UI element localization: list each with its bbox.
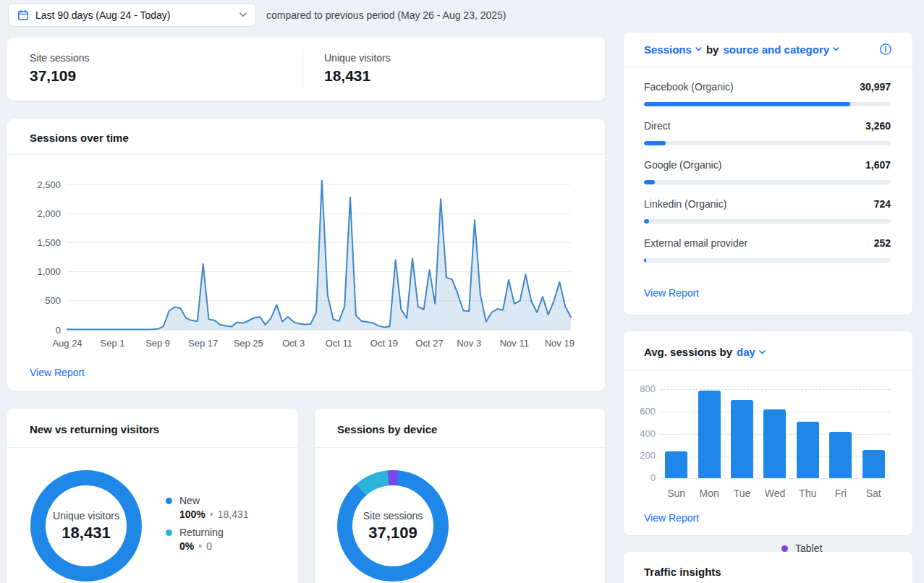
source-value: 30,997 bbox=[860, 81, 891, 93]
card-title: Sessions by device bbox=[337, 423, 437, 435]
view-report-link[interactable]: View Report bbox=[30, 367, 85, 378]
legend-dot bbox=[166, 529, 172, 536]
source-bar-fill bbox=[644, 180, 655, 184]
x-tick-label: Sun bbox=[660, 488, 692, 499]
card-title: Traffic insights bbox=[644, 566, 721, 578]
traffic-insights-card: Traffic insights bbox=[624, 552, 912, 583]
donut-hole: Unique visitors 18,431 bbox=[46, 485, 127, 566]
source-row: Facebook (Organic)30,997 bbox=[644, 81, 891, 114]
dot-separator: • bbox=[210, 508, 213, 520]
new-vs-returning-donut: Unique visitors 18,431 bbox=[30, 470, 142, 582]
y-tick-label: 0 bbox=[630, 472, 656, 483]
divider bbox=[624, 370, 912, 371]
card-title: New vs returning visitors bbox=[30, 423, 159, 435]
sessions-by-device-card: Sessions by device Site sessions 37,109 … bbox=[315, 409, 605, 583]
x-tick-label: Oct 19 bbox=[370, 338, 398, 349]
by-label: by bbox=[706, 43, 719, 56]
x-tick-label: Oct 3 bbox=[282, 338, 305, 349]
y-tick-label: 200 bbox=[630, 450, 656, 461]
x-tick-label: Tue bbox=[726, 488, 758, 499]
x-tick-label: Nov 19 bbox=[545, 338, 575, 349]
source-bar-fill bbox=[644, 219, 649, 224]
sessions-by-device-donut: Site sessions 37,109 bbox=[337, 470, 449, 582]
source-row: Linkedin (Organic)724 bbox=[644, 198, 891, 231]
dimension-dropdown[interactable]: source and category bbox=[723, 43, 839, 56]
dot-separator: • bbox=[198, 540, 202, 552]
view-report-link[interactable]: View Report bbox=[644, 287, 699, 299]
source-row: Google (Organic)1,607 bbox=[644, 159, 891, 192]
x-tick-label: Sep 17 bbox=[188, 338, 218, 349]
metric-dropdown-label: Sessions bbox=[644, 43, 692, 56]
new-vs-returning-card: New vs returning visitors Unique visitor… bbox=[7, 409, 298, 583]
kpi-label: Site sessions bbox=[30, 52, 89, 64]
kpi-unique-visitors: Unique visitors 18,431 bbox=[324, 52, 391, 85]
view-report-link[interactable]: View Report bbox=[644, 512, 699, 524]
chevron-down-icon bbox=[695, 47, 702, 51]
divider bbox=[315, 447, 605, 448]
avg-day-labels: SunMonTueWedThuFriSat bbox=[660, 488, 890, 499]
y-tick-label: 500 bbox=[45, 295, 61, 306]
legend-dot bbox=[166, 498, 172, 504]
analytics-dashboard: Last 90 days (Aug 24 - Today) compared t… bbox=[0, 0, 924, 583]
day-dropdown[interactable]: day bbox=[737, 346, 766, 358]
source-label: Facebook (Organic) bbox=[644, 81, 734, 93]
x-tick-label: Nov 11 bbox=[500, 338, 529, 349]
source-label: Linkedin (Organic) bbox=[644, 198, 726, 210]
avg-sessions-by-day-card: Avg. sessions by day 0200400600800 SunMo… bbox=[624, 331, 912, 535]
source-row: Direct3,260 bbox=[644, 120, 891, 153]
y-tick-label: 400 bbox=[630, 428, 656, 439]
bar bbox=[698, 391, 721, 479]
x-tick-label: Wed bbox=[758, 488, 791, 499]
legend-pct: 100% bbox=[179, 508, 205, 520]
y-tick-label: 0 bbox=[56, 325, 61, 336]
bar bbox=[731, 400, 753, 478]
donut-center-value: 37,109 bbox=[368, 524, 417, 542]
source-bar-fill bbox=[644, 141, 666, 145]
x-tick-label: Sep 1 bbox=[101, 338, 125, 349]
source-bar-track bbox=[644, 180, 891, 184]
donut-center-value: 18,431 bbox=[62, 524, 110, 542]
sessions-over-time-card: Sessions over time 05001,0001,5002,0002,… bbox=[7, 119, 605, 391]
y-tick-label: 1,000 bbox=[37, 266, 61, 277]
avg-card-header: Avg. sessions by day bbox=[644, 346, 766, 358]
legend-item: New100%•18,431 bbox=[166, 495, 249, 520]
source-card-header: Sessions by source and category bbox=[644, 43, 892, 56]
source-value: 1,607 bbox=[865, 159, 891, 171]
chevron-down-icon bbox=[833, 47, 839, 51]
source-bar-fill bbox=[644, 258, 646, 263]
legend-label: New bbox=[179, 495, 200, 506]
kpi-value: 37,109 bbox=[30, 67, 89, 85]
legend-pct: 0% bbox=[179, 540, 194, 552]
source-bar-track bbox=[644, 219, 891, 224]
compare-period-text: compared to previous period (May 26 - Au… bbox=[266, 9, 506, 21]
source-row: External email provider252 bbox=[644, 237, 891, 271]
legend-value: 18,431 bbox=[218, 508, 249, 520]
x-tick-label: Oct 27 bbox=[415, 338, 443, 349]
source-label: Direct bbox=[644, 120, 671, 132]
x-tick-label: Oct 11 bbox=[326, 338, 352, 349]
info-icon[interactable] bbox=[879, 43, 892, 56]
source-label: Google (Organic) bbox=[644, 159, 721, 171]
card-title: Avg. sessions by bbox=[644, 346, 732, 358]
donut-center-label: Unique visitors bbox=[53, 510, 119, 522]
bar bbox=[763, 409, 786, 478]
legend-dot bbox=[781, 545, 788, 552]
bar bbox=[797, 422, 819, 478]
x-tick-label: Thu bbox=[792, 488, 824, 499]
bar bbox=[862, 450, 885, 478]
y-tick-label: 1,500 bbox=[37, 237, 61, 248]
kpi-divider bbox=[302, 49, 303, 89]
divider bbox=[7, 447, 298, 448]
x-tick-label: Sat bbox=[857, 488, 890, 499]
bar bbox=[665, 451, 687, 478]
donut-center-label: Site sessions bbox=[363, 510, 423, 522]
donut-hole: Site sessions 37,109 bbox=[352, 485, 433, 566]
kpi-card: Site sessions 37,109 Unique visitors 18,… bbox=[7, 38, 605, 101]
date-range-selector[interactable]: Last 90 days (Aug 24 - Today) bbox=[8, 3, 256, 27]
metric-dropdown[interactable]: Sessions bbox=[644, 43, 702, 56]
date-range-label: Last 90 days (Aug 24 - Today) bbox=[35, 9, 233, 21]
x-tick-label: Fri bbox=[824, 488, 857, 499]
source-label: External email provider bbox=[644, 237, 747, 249]
legend-value: 0 bbox=[206, 540, 212, 552]
sessions-by-source-card: Sessions by source and category Facebook… bbox=[624, 33, 912, 315]
